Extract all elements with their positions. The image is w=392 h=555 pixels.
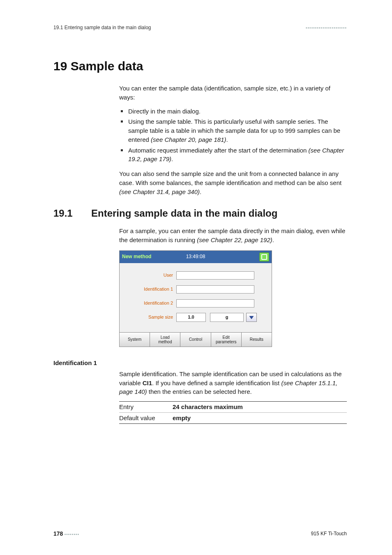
cross-ref: (see Chapter 31.4, page 340): [119, 188, 200, 195]
def-value: 24 characters maximum: [173, 402, 243, 412]
user-label: User: [124, 272, 176, 279]
paragraph-text: then the entries can be selected here.: [147, 388, 252, 395]
unit-dropdown-button[interactable]: [246, 313, 257, 322]
page-number: 178: [53, 530, 63, 537]
device-clock: 13:49:08: [186, 253, 205, 260]
sample-size-value[interactable]: 1.0: [176, 313, 206, 322]
list-text: .: [226, 136, 228, 143]
product-name: 915 KF Ti-Touch: [311, 531, 347, 536]
footer-ornament: ▪▪▪▪▪▪▪▪: [65, 532, 79, 536]
section-number: 19.1: [53, 208, 78, 219]
header-ornament: ▪▪▪▪▪▪▪▪▪▪▪▪▪▪▪▪▪▪▪▪▪▪: [306, 25, 347, 30]
section-body: For a sample, you can enter the sample d…: [119, 227, 347, 347]
id1-row: Identification 1: [124, 284, 267, 294]
tab-load-method[interactable]: Load method: [150, 333, 180, 347]
device-screenshot: New method 13:49:08 User Identification …: [119, 250, 272, 347]
device-method-name: New method: [122, 253, 151, 260]
running-header: 19.1 Entering sample data in the main di…: [53, 25, 347, 30]
section-title: Entering sample data in the main dialog: [91, 208, 277, 219]
entry-ways-list: Directly in the main dialog. Using the s…: [119, 107, 347, 164]
table-row: Default value empty: [119, 412, 347, 423]
sample-size-label: Sample size: [124, 314, 176, 321]
svg-marker-0: [249, 316, 254, 319]
paragraph-text: You can also send the sample size and th…: [119, 170, 341, 186]
list-item: Using the sample table. This is particul…: [119, 117, 347, 144]
list-item: Directly in the main dialog.: [119, 107, 347, 116]
identification1-paragraph: Sample identification. The sample identi…: [119, 370, 347, 396]
page-footer: 178 ▪▪▪▪▪▪▪▪ 915 KF Ti-Touch: [53, 530, 347, 537]
def-value: empty: [173, 414, 191, 423]
id1-label: Identification 1: [124, 286, 176, 293]
section-heading: 19.1 Entering sample data in the main di…: [53, 208, 347, 219]
intro-paragraph: You can enter the sample data (identific…: [119, 84, 347, 102]
id1-input[interactable]: [176, 285, 254, 294]
sample-size-unit[interactable]: g: [210, 313, 244, 322]
variable-name: CI1: [143, 379, 152, 386]
user-row: User: [124, 271, 267, 280]
def-key: Default value: [119, 414, 173, 423]
paragraph-text: .: [272, 236, 274, 243]
tab-system[interactable]: System: [120, 333, 150, 347]
id2-input[interactable]: [176, 299, 254, 308]
cross-ref: (see Chapter 20, page 181): [151, 136, 226, 143]
id2-label: Identification 2: [124, 300, 176, 307]
section-lead: For a sample, you can enter the sample d…: [119, 227, 347, 245]
tab-edit-parameters[interactable]: Edit parameters: [211, 333, 242, 347]
tab-control[interactable]: Control: [180, 333, 211, 347]
header-section-path: 19.1 Entering sample data in the main di…: [53, 25, 151, 30]
chevron-down-icon: [249, 315, 254, 320]
definition-table: Entry 24 characters maximum Default valu…: [119, 401, 347, 424]
list-text: Automatic request immediately after the …: [128, 147, 309, 154]
body-column: You can enter the sample data (identific…: [119, 84, 347, 196]
balance-paragraph: You can also send the sample size and th…: [119, 169, 347, 196]
identification1-heading: Identification 1: [53, 359, 347, 366]
cross-ref: (see Chapter 22, page 192): [197, 236, 272, 243]
table-row: Entry 24 characters maximum: [119, 402, 347, 412]
paragraph-text: .: [200, 188, 201, 195]
device-form: User Identification 1 Identification 2 S…: [120, 263, 272, 332]
id2-row: Identification 2: [124, 298, 267, 308]
tab-results[interactable]: Results: [242, 333, 272, 347]
user-input[interactable]: [176, 271, 254, 280]
paragraph-text: . If you have defined a sample identific…: [152, 379, 281, 386]
chapter-title: 19 Sample data: [53, 59, 347, 73]
sample-size-row: Sample size 1.0 g: [124, 312, 267, 322]
list-item: Automatic request immediately after the …: [119, 146, 347, 164]
device-tabbar: System Load method Control Edit paramete…: [120, 332, 272, 347]
list-text: .: [171, 155, 173, 162]
device-titlebar: New method 13:49:08: [120, 251, 272, 263]
identification1-body: Sample identification. The sample identi…: [119, 370, 347, 424]
start-icon[interactable]: [259, 252, 269, 261]
def-key: Entry: [119, 402, 173, 412]
footer-left: 178 ▪▪▪▪▪▪▪▪: [53, 530, 79, 537]
